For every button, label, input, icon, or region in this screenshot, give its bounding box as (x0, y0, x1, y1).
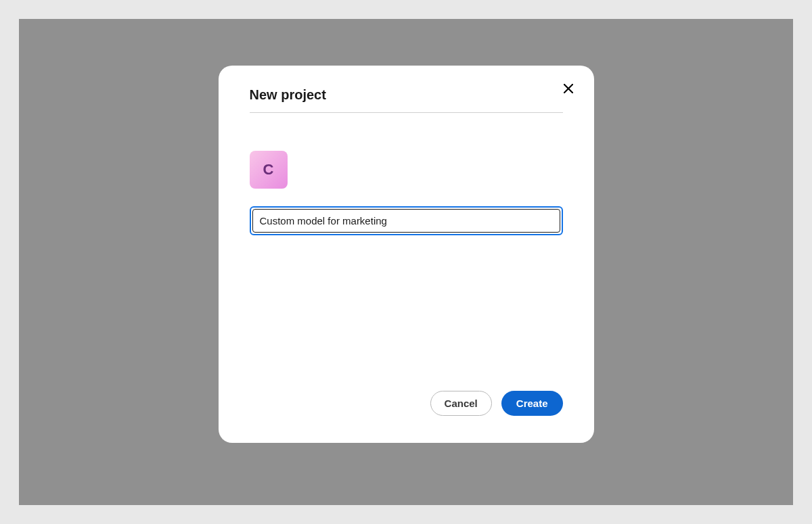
thumbnail-letter: C (263, 161, 274, 178)
close-button[interactable] (560, 80, 577, 97)
create-button[interactable]: Create (501, 391, 563, 416)
new-project-dialog: New project C Cancel Create (219, 66, 594, 443)
project-thumbnail: C (250, 151, 288, 189)
dialog-title: New project (250, 87, 563, 113)
dialog-actions: Cancel Create (250, 391, 563, 416)
modal-backdrop: New project C Cancel Create (19, 19, 793, 505)
close-icon (564, 82, 573, 95)
project-name-input[interactable] (252, 209, 560, 233)
project-name-field-wrapper (250, 206, 563, 235)
cancel-button[interactable]: Cancel (430, 391, 492, 416)
